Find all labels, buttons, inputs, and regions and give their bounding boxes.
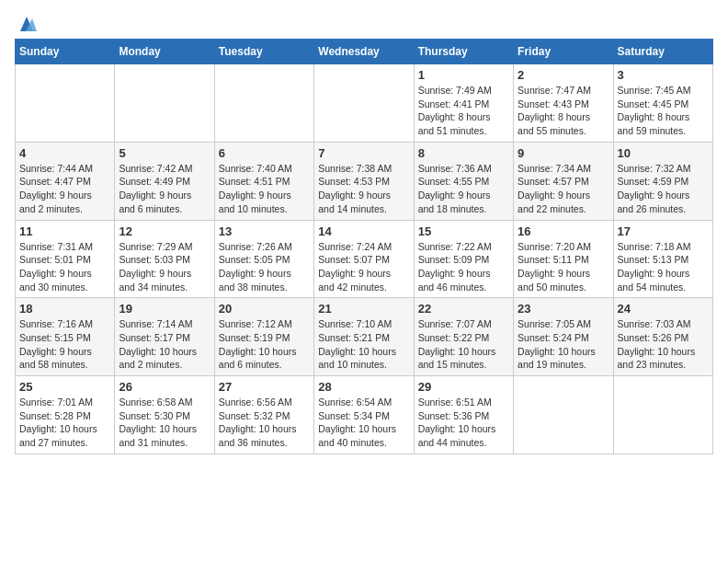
- header-saturday: Saturday: [613, 40, 712, 64]
- day-cell: 27Sunrise: 6:56 AM Sunset: 5:32 PM Dayli…: [214, 376, 313, 454]
- day-cell: [115, 64, 214, 143]
- day-info: Sunrise: 7:29 AM Sunset: 5:03 PM Dayligh…: [119, 240, 210, 294]
- header-wednesday: Wednesday: [314, 40, 414, 64]
- day-number: 29: [418, 380, 509, 394]
- day-number: 26: [119, 380, 210, 394]
- day-number: 8: [418, 146, 509, 160]
- day-info: Sunrise: 6:54 AM Sunset: 5:34 PM Dayligh…: [318, 396, 409, 450]
- day-info: Sunrise: 7:26 AM Sunset: 5:05 PM Dayligh…: [219, 240, 310, 294]
- day-info: Sunrise: 7:18 AM Sunset: 5:13 PM Dayligh…: [618, 240, 709, 294]
- day-info: Sunrise: 7:14 AM Sunset: 5:17 PM Dayligh…: [119, 317, 210, 372]
- day-cell: [314, 64, 414, 143]
- day-number: 3: [618, 68, 709, 82]
- day-number: 11: [19, 224, 110, 238]
- day-number: 1: [418, 68, 509, 82]
- day-number: 20: [219, 302, 310, 316]
- day-cell: 26Sunrise: 6:58 AM Sunset: 5:30 PM Dayli…: [115, 376, 214, 454]
- day-number: 17: [618, 224, 709, 238]
- day-number: 23: [518, 302, 609, 316]
- header-thursday: Thursday: [414, 40, 513, 64]
- logo-icon: [17, 15, 37, 33]
- day-info: Sunrise: 7:16 AM Sunset: 5:15 PM Dayligh…: [19, 317, 110, 372]
- day-cell: 18Sunrise: 7:16 AM Sunset: 5:15 PM Dayli…: [16, 298, 115, 376]
- week-row-5: 25Sunrise: 7:01 AM Sunset: 5:28 PM Dayli…: [16, 376, 713, 454]
- day-number: 14: [318, 224, 409, 238]
- day-info: Sunrise: 6:51 AM Sunset: 5:36 PM Dayligh…: [418, 396, 509, 450]
- day-info: Sunrise: 7:45 AM Sunset: 4:45 PM Dayligh…: [618, 84, 709, 138]
- day-cell: [16, 64, 115, 143]
- day-info: Sunrise: 6:58 AM Sunset: 5:30 PM Dayligh…: [119, 396, 210, 450]
- day-number: 10: [618, 146, 709, 160]
- header-tuesday: Tuesday: [214, 40, 313, 64]
- day-info: Sunrise: 7:20 AM Sunset: 5:11 PM Dayligh…: [518, 240, 609, 294]
- logo: [15, 15, 37, 33]
- week-row-3: 11Sunrise: 7:31 AM Sunset: 5:01 PM Dayli…: [16, 220, 713, 298]
- day-info: Sunrise: 7:01 AM Sunset: 5:28 PM Dayligh…: [19, 396, 110, 450]
- week-row-1: 1Sunrise: 7:49 AM Sunset: 4:41 PM Daylig…: [16, 64, 713, 143]
- day-number: 9: [518, 146, 609, 160]
- day-number: 6: [219, 146, 310, 160]
- day-number: 27: [219, 380, 310, 394]
- day-number: 12: [119, 224, 210, 238]
- day-cell: 2Sunrise: 7:47 AM Sunset: 4:43 PM Daylig…: [514, 64, 613, 143]
- day-cell: 10Sunrise: 7:32 AM Sunset: 4:59 PM Dayli…: [613, 142, 712, 220]
- day-number: 5: [119, 146, 210, 160]
- day-cell: 17Sunrise: 7:18 AM Sunset: 5:13 PM Dayli…: [613, 220, 712, 298]
- day-cell: 14Sunrise: 7:24 AM Sunset: 5:07 PM Dayli…: [314, 220, 414, 298]
- day-cell: 28Sunrise: 6:54 AM Sunset: 5:34 PM Dayli…: [314, 376, 414, 454]
- day-cell: 11Sunrise: 7:31 AM Sunset: 5:01 PM Dayli…: [16, 220, 115, 298]
- day-cell: [613, 376, 712, 454]
- week-row-2: 4Sunrise: 7:44 AM Sunset: 4:47 PM Daylig…: [16, 142, 713, 220]
- day-cell: 29Sunrise: 6:51 AM Sunset: 5:36 PM Dayli…: [414, 376, 513, 454]
- day-info: Sunrise: 7:03 AM Sunset: 5:26 PM Dayligh…: [618, 317, 709, 372]
- day-info: Sunrise: 7:40 AM Sunset: 4:51 PM Dayligh…: [219, 162, 310, 216]
- day-number: 7: [318, 146, 409, 160]
- day-number: 19: [119, 302, 210, 316]
- day-info: Sunrise: 7:05 AM Sunset: 5:24 PM Dayligh…: [518, 317, 609, 372]
- day-info: Sunrise: 7:31 AM Sunset: 5:01 PM Dayligh…: [19, 240, 110, 294]
- day-info: Sunrise: 7:34 AM Sunset: 4:57 PM Dayligh…: [518, 162, 609, 216]
- day-info: Sunrise: 7:12 AM Sunset: 5:19 PM Dayligh…: [219, 317, 310, 372]
- day-cell: 6Sunrise: 7:40 AM Sunset: 4:51 PM Daylig…: [214, 142, 313, 220]
- day-number: 16: [518, 224, 609, 238]
- day-number: 15: [418, 224, 509, 238]
- day-cell: 1Sunrise: 7:49 AM Sunset: 4:41 PM Daylig…: [414, 64, 513, 143]
- day-info: Sunrise: 7:42 AM Sunset: 4:49 PM Dayligh…: [119, 162, 210, 216]
- day-info: Sunrise: 7:38 AM Sunset: 4:53 PM Dayligh…: [318, 162, 409, 216]
- day-number: 21: [318, 302, 409, 316]
- day-cell: 12Sunrise: 7:29 AM Sunset: 5:03 PM Dayli…: [115, 220, 214, 298]
- day-cell: 21Sunrise: 7:10 AM Sunset: 5:21 PM Dayli…: [314, 298, 414, 376]
- header-sunday: Sunday: [16, 40, 115, 64]
- day-info: Sunrise: 7:49 AM Sunset: 4:41 PM Dayligh…: [418, 84, 509, 138]
- day-info: Sunrise: 7:47 AM Sunset: 4:43 PM Dayligh…: [518, 84, 609, 138]
- day-number: 25: [19, 380, 110, 394]
- day-info: Sunrise: 7:32 AM Sunset: 4:59 PM Dayligh…: [618, 162, 709, 216]
- day-info: Sunrise: 7:36 AM Sunset: 4:55 PM Dayligh…: [418, 162, 509, 216]
- day-cell: 13Sunrise: 7:26 AM Sunset: 5:05 PM Dayli…: [214, 220, 313, 298]
- day-number: 28: [318, 380, 409, 394]
- day-cell: 15Sunrise: 7:22 AM Sunset: 5:09 PM Dayli…: [414, 220, 513, 298]
- day-cell: 16Sunrise: 7:20 AM Sunset: 5:11 PM Dayli…: [514, 220, 613, 298]
- day-cell: 5Sunrise: 7:42 AM Sunset: 4:49 PM Daylig…: [115, 142, 214, 220]
- day-cell: 3Sunrise: 7:45 AM Sunset: 4:45 PM Daylig…: [613, 64, 712, 143]
- day-cell: 19Sunrise: 7:14 AM Sunset: 5:17 PM Dayli…: [115, 298, 214, 376]
- day-number: 18: [19, 302, 110, 316]
- day-number: 13: [219, 224, 310, 238]
- day-info: Sunrise: 7:10 AM Sunset: 5:21 PM Dayligh…: [318, 317, 409, 372]
- calendar-table: SundayMondayTuesdayWednesdayThursdayFrid…: [15, 39, 713, 454]
- day-cell: 25Sunrise: 7:01 AM Sunset: 5:28 PM Dayli…: [16, 376, 115, 454]
- day-cell: 22Sunrise: 7:07 AM Sunset: 5:22 PM Dayli…: [414, 298, 513, 376]
- header-monday: Monday: [115, 40, 214, 64]
- day-info: Sunrise: 7:24 AM Sunset: 5:07 PM Dayligh…: [318, 240, 409, 294]
- day-number: 22: [418, 302, 509, 316]
- day-number: 4: [19, 146, 110, 160]
- day-cell: 9Sunrise: 7:34 AM Sunset: 4:57 PM Daylig…: [514, 142, 613, 220]
- day-number: 24: [618, 302, 709, 316]
- day-info: Sunrise: 7:44 AM Sunset: 4:47 PM Dayligh…: [19, 162, 110, 216]
- header: [15, 15, 713, 33]
- day-cell: 23Sunrise: 7:05 AM Sunset: 5:24 PM Dayli…: [514, 298, 613, 376]
- week-row-4: 18Sunrise: 7:16 AM Sunset: 5:15 PM Dayli…: [16, 298, 713, 376]
- day-cell: 8Sunrise: 7:36 AM Sunset: 4:55 PM Daylig…: [414, 142, 513, 220]
- day-cell: [514, 376, 613, 454]
- day-info: Sunrise: 6:56 AM Sunset: 5:32 PM Dayligh…: [219, 396, 310, 450]
